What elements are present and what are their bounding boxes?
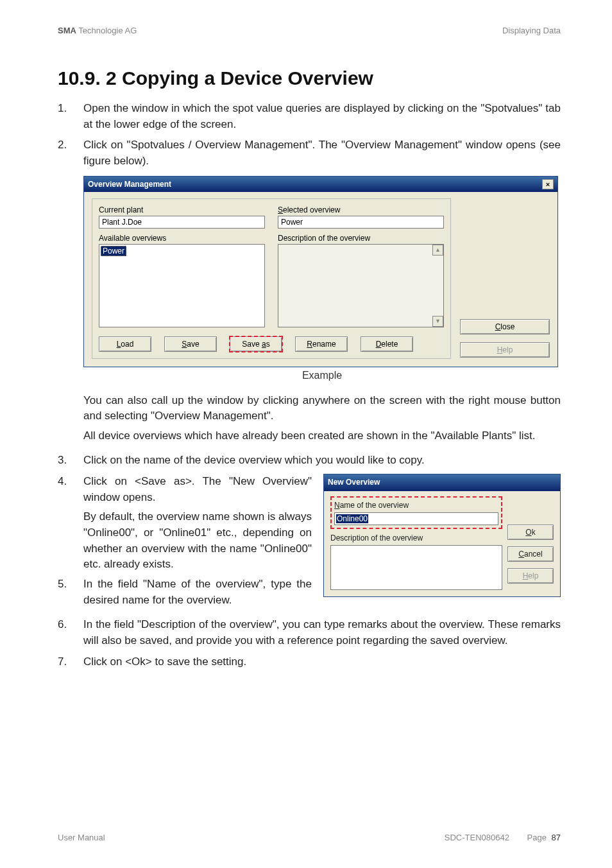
current-plant-field[interactable]: Plant J.Doe (99, 216, 265, 229)
step-2: 2. Click on "Spotvalues / Overview Manag… (58, 137, 561, 169)
step-number: 5. (58, 577, 83, 612)
step-number: 3. (58, 453, 83, 469)
close-button[interactable]: Close (460, 319, 550, 334)
footer-left: User Manual (58, 833, 105, 842)
overview-management-window: Overview Management × Current plant Plan… (83, 176, 558, 367)
window-titlebar[interactable]: Overview Management × (84, 177, 557, 192)
scroll-up-icon[interactable]: ▲ (432, 245, 443, 256)
step-text: Click on "Spotvalues / Overview Manageme… (83, 137, 561, 169)
window-titlebar[interactable]: New Overview (324, 474, 560, 490)
scroll-down-icon[interactable]: ▼ (432, 316, 443, 327)
description-label: Description of the overview (278, 234, 444, 243)
step-text: In the field "Name of the overview", typ… (83, 577, 312, 608)
step-text: All device overviews which have already … (83, 428, 561, 444)
step-text: In the field "Description of the overvie… (83, 617, 561, 648)
step-4-5: 4. Click on <Save as>. The "New Overview… (58, 474, 561, 612)
help-button[interactable]: Help (507, 568, 554, 584)
rename-button[interactable]: Rename (295, 336, 348, 352)
header-left: SMA Technologie AG (58, 26, 137, 35)
step-text: By default, the overview name shown is a… (83, 509, 312, 573)
close-icon[interactable]: × (542, 179, 554, 189)
current-plant-label: Current plant (99, 205, 265, 214)
step-number: 7. (58, 654, 83, 670)
name-label: Name of the overview (334, 500, 498, 511)
footer-right: SDC-TEN080642 Page 87 (445, 833, 561, 842)
new-overview-window: New Overview Name of the overview Online… (323, 474, 561, 597)
step-number: 2. (58, 137, 83, 169)
step-text: You can also call up the window by click… (83, 393, 561, 424)
load-button[interactable]: Load (99, 336, 151, 352)
description-textarea[interactable] (330, 545, 502, 590)
step-text: Click on <Save as>. The "New Overview" w… (83, 474, 312, 505)
help-button[interactable]: Help (460, 342, 550, 358)
available-overviews-label: Available overviews (99, 234, 265, 243)
step-text: Click on <Ok> to save the setting. (83, 654, 561, 670)
ok-button[interactable]: Ok (507, 525, 554, 540)
page-title: 10.9. 2 Copying a Device Overview (58, 67, 561, 89)
page-footer: User Manual SDC-TEN080642 Page 87 (58, 833, 561, 842)
selected-overview-field[interactable]: Power (278, 216, 444, 229)
step-number: 6. (58, 617, 83, 648)
step-3: 3. Click on the name of the device overv… (58, 453, 561, 469)
figure-caption: Example (83, 370, 561, 381)
available-overviews-list[interactable]: Power (99, 244, 265, 327)
step-1: 1. Open the window in which the spot val… (58, 101, 561, 132)
name-input[interactable]: Online00 (334, 512, 498, 525)
step-text: Click on the name of the device overview… (83, 453, 561, 469)
description-textarea[interactable]: ▲ ▼ (278, 244, 444, 327)
window-title: New Overview (328, 477, 380, 488)
name-field-highlight: Name of the overview Online00 (330, 496, 502, 529)
step-2-followup: You can also call up the window by click… (58, 393, 561, 448)
header-right: Displaying Data (502, 26, 561, 35)
window-title: Overview Management (88, 180, 171, 189)
list-item[interactable]: Power (101, 246, 126, 256)
figure-overview-management: Overview Management × Current plant Plan… (83, 176, 561, 381)
selected-overview-label: Selected overview (278, 205, 444, 214)
description-label: Description of the overview (330, 533, 502, 544)
delete-button[interactable]: Delete (361, 336, 413, 352)
save-as-button[interactable]: Save as (230, 336, 282, 352)
step-text: Open the window in which the spot value … (83, 101, 561, 132)
cancel-button[interactable]: Cancel (507, 546, 554, 562)
step-number: 1. (58, 101, 83, 132)
page-header: SMA Technologie AG Displaying Data (58, 26, 561, 35)
step-7: 7. Click on <Ok> to save the setting. (58, 654, 561, 670)
save-button[interactable]: Save (164, 336, 217, 352)
step-6: 6. In the field "Description of the over… (58, 617, 561, 648)
